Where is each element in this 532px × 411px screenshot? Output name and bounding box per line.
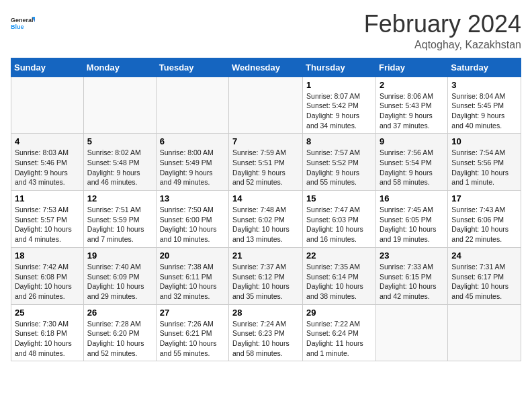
day-number: 12 xyxy=(87,193,152,203)
calendar-cell: 15Sunrise: 7:47 AM Sunset: 6:03 PM Dayli… xyxy=(303,191,376,248)
day-info: Sunrise: 8:06 AM Sunset: 5:43 PM Dayligh… xyxy=(380,91,444,131)
calendar-cell xyxy=(156,77,228,134)
col-header-friday: Friday xyxy=(375,58,447,77)
calendar-cell: 11Sunrise: 7:53 AM Sunset: 5:57 PM Dayli… xyxy=(11,191,84,248)
day-number: 18 xyxy=(15,250,80,261)
day-info: Sunrise: 7:57 AM Sunset: 5:52 PM Dayligh… xyxy=(306,148,372,187)
day-number: 3 xyxy=(451,80,517,90)
calendar-cell: 17Sunrise: 7:43 AM Sunset: 6:06 PM Dayli… xyxy=(448,191,521,248)
calendar-cell: 14Sunrise: 7:48 AM Sunset: 6:02 PM Dayli… xyxy=(229,191,303,248)
calendar-cell: 6Sunrise: 8:00 AM Sunset: 5:49 PM Daylig… xyxy=(156,134,228,191)
calendar-cell: 24Sunrise: 7:31 AM Sunset: 6:17 PM Dayli… xyxy=(448,247,521,304)
day-number: 13 xyxy=(160,193,225,203)
day-number: 14 xyxy=(232,193,299,203)
calendar-header-row: SundayMondayTuesdayWednesdayThursdayFrid… xyxy=(11,58,521,77)
day-number: 21 xyxy=(232,250,299,261)
day-number: 20 xyxy=(160,250,225,261)
calendar-cell: 27Sunrise: 7:26 AM Sunset: 6:21 PM Dayli… xyxy=(156,304,228,361)
day-number: 4 xyxy=(15,136,80,146)
calendar-cell: 3Sunrise: 8:04 AM Sunset: 5:45 PM Daylig… xyxy=(448,77,521,134)
calendar-cell: 25Sunrise: 7:30 AM Sunset: 6:18 PM Dayli… xyxy=(11,304,84,361)
day-info: Sunrise: 7:59 AM Sunset: 5:51 PM Dayligh… xyxy=(232,148,299,187)
day-info: Sunrise: 7:45 AM Sunset: 6:05 PM Dayligh… xyxy=(380,205,444,244)
day-number: 15 xyxy=(306,193,372,203)
calendar-cell: 2Sunrise: 8:06 AM Sunset: 5:43 PM Daylig… xyxy=(375,77,447,134)
day-number: 24 xyxy=(451,250,517,261)
day-number: 8 xyxy=(306,136,372,146)
day-number: 17 xyxy=(451,193,517,203)
day-info: Sunrise: 8:03 AM Sunset: 5:46 PM Dayligh… xyxy=(15,148,80,187)
calendar-cell: 8Sunrise: 7:57 AM Sunset: 5:52 PM Daylig… xyxy=(303,134,376,191)
day-number: 27 xyxy=(160,308,225,318)
week-row-2: 4Sunrise: 8:03 AM Sunset: 5:46 PM Daylig… xyxy=(11,134,521,191)
week-row-5: 25Sunrise: 7:30 AM Sunset: 6:18 PM Dayli… xyxy=(11,304,521,361)
calendar-cell xyxy=(83,77,156,134)
day-info: Sunrise: 8:00 AM Sunset: 5:49 PM Dayligh… xyxy=(160,148,225,187)
day-info: Sunrise: 7:24 AM Sunset: 6:23 PM Dayligh… xyxy=(232,319,299,359)
day-number: 22 xyxy=(306,250,372,261)
calendar-cell xyxy=(448,304,521,361)
day-number: 16 xyxy=(380,193,444,203)
col-header-wednesday: Wednesday xyxy=(229,58,303,77)
day-info: Sunrise: 7:28 AM Sunset: 6:20 PM Dayligh… xyxy=(87,319,152,359)
location-title: Aqtoghay, Kazakhstan xyxy=(364,39,521,51)
day-info: Sunrise: 7:35 AM Sunset: 6:14 PM Dayligh… xyxy=(306,262,372,302)
col-header-saturday: Saturday xyxy=(448,58,521,77)
calendar-cell: 19Sunrise: 7:40 AM Sunset: 6:09 PM Dayli… xyxy=(83,247,156,304)
col-header-sunday: Sunday xyxy=(11,58,84,77)
day-number: 5 xyxy=(87,136,152,146)
day-info: Sunrise: 7:22 AM Sunset: 6:24 PM Dayligh… xyxy=(306,319,372,359)
calendar-cell: 12Sunrise: 7:51 AM Sunset: 5:59 PM Dayli… xyxy=(83,191,156,248)
day-info: Sunrise: 7:48 AM Sunset: 6:02 PM Dayligh… xyxy=(232,205,299,244)
calendar-cell xyxy=(375,304,447,361)
calendar-cell: 7Sunrise: 7:59 AM Sunset: 5:51 PM Daylig… xyxy=(229,134,303,191)
day-info: Sunrise: 7:51 AM Sunset: 5:59 PM Dayligh… xyxy=(87,205,152,244)
logo: General Blue xyxy=(11,11,35,35)
day-number: 1 xyxy=(306,80,372,90)
page-header: General Blue February 2024 Aqtoghay, Kaz… xyxy=(11,11,521,51)
day-info: Sunrise: 7:47 AM Sunset: 6:03 PM Dayligh… xyxy=(306,205,372,244)
calendar-cell: 1Sunrise: 8:07 AM Sunset: 5:42 PM Daylig… xyxy=(303,77,376,134)
day-info: Sunrise: 7:50 AM Sunset: 6:00 PM Dayligh… xyxy=(160,205,225,244)
day-number: 11 xyxy=(15,193,80,203)
day-info: Sunrise: 7:38 AM Sunset: 6:11 PM Dayligh… xyxy=(160,262,225,302)
svg-text:General: General xyxy=(11,17,34,24)
day-info: Sunrise: 8:07 AM Sunset: 5:42 PM Dayligh… xyxy=(306,91,372,131)
calendar-cell: 9Sunrise: 7:56 AM Sunset: 5:54 PM Daylig… xyxy=(375,134,447,191)
day-info: Sunrise: 7:26 AM Sunset: 6:21 PM Dayligh… xyxy=(160,319,225,359)
day-info: Sunrise: 7:54 AM Sunset: 5:56 PM Dayligh… xyxy=(451,148,517,187)
day-info: Sunrise: 8:04 AM Sunset: 5:45 PM Dayligh… xyxy=(451,91,517,131)
day-info: Sunrise: 7:37 AM Sunset: 6:12 PM Dayligh… xyxy=(232,262,299,302)
day-number: 9 xyxy=(380,136,444,146)
day-number: 6 xyxy=(160,136,225,146)
day-number: 25 xyxy=(15,308,80,318)
day-number: 10 xyxy=(451,136,517,146)
day-info: Sunrise: 7:33 AM Sunset: 6:15 PM Dayligh… xyxy=(380,262,444,302)
calendar-cell: 26Sunrise: 7:28 AM Sunset: 6:20 PM Dayli… xyxy=(83,304,156,361)
day-info: Sunrise: 7:43 AM Sunset: 6:06 PM Dayligh… xyxy=(451,205,517,244)
col-header-monday: Monday xyxy=(83,58,156,77)
day-info: Sunrise: 7:31 AM Sunset: 6:17 PM Dayligh… xyxy=(451,262,517,302)
calendar-cell: 5Sunrise: 8:02 AM Sunset: 5:48 PM Daylig… xyxy=(83,134,156,191)
calendar-cell: 29Sunrise: 7:22 AM Sunset: 6:24 PM Dayli… xyxy=(303,304,376,361)
calendar-cell: 23Sunrise: 7:33 AM Sunset: 6:15 PM Dayli… xyxy=(375,247,447,304)
calendar-cell: 20Sunrise: 7:38 AM Sunset: 6:11 PM Dayli… xyxy=(156,247,228,304)
day-number: 23 xyxy=(380,250,444,261)
day-info: Sunrise: 8:02 AM Sunset: 5:48 PM Dayligh… xyxy=(87,148,152,187)
day-number: 7 xyxy=(232,136,299,146)
week-row-1: 1Sunrise: 8:07 AM Sunset: 5:42 PM Daylig… xyxy=(11,77,521,134)
calendar-table: SundayMondayTuesdayWednesdayThursdayFrid… xyxy=(11,58,521,362)
day-number: 29 xyxy=(306,308,372,318)
title-block: February 2024 Aqtoghay, Kazakhstan xyxy=(364,11,521,51)
day-info: Sunrise: 7:40 AM Sunset: 6:09 PM Dayligh… xyxy=(87,262,152,302)
svg-text:Blue: Blue xyxy=(11,24,24,30)
day-number: 28 xyxy=(232,308,299,318)
calendar-cell: 18Sunrise: 7:42 AM Sunset: 6:08 PM Dayli… xyxy=(11,247,84,304)
calendar-cell: 10Sunrise: 7:54 AM Sunset: 5:56 PM Dayli… xyxy=(448,134,521,191)
logo-svg: General Blue xyxy=(11,11,35,35)
day-number: 19 xyxy=(87,250,152,261)
day-number: 2 xyxy=(380,80,444,90)
day-info: Sunrise: 7:30 AM Sunset: 6:18 PM Dayligh… xyxy=(15,319,80,359)
calendar-cell: 22Sunrise: 7:35 AM Sunset: 6:14 PM Dayli… xyxy=(303,247,376,304)
day-info: Sunrise: 7:42 AM Sunset: 6:08 PM Dayligh… xyxy=(15,262,80,302)
